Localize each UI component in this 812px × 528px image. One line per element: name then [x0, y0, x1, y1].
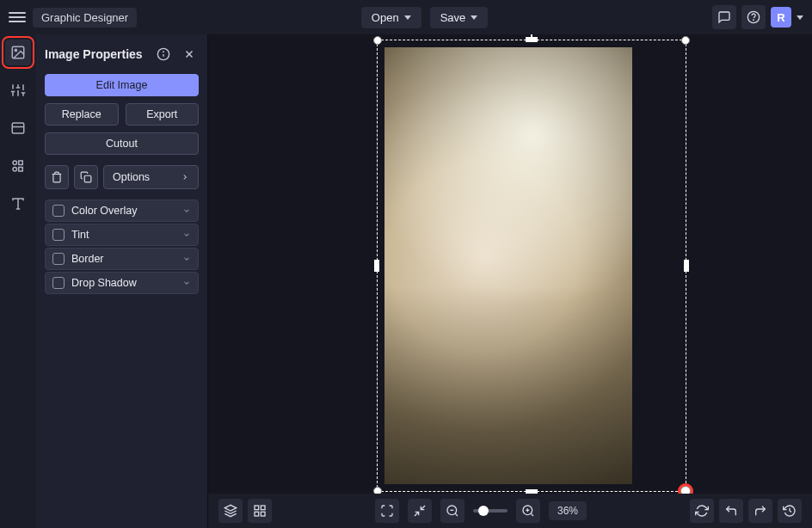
options-button[interactable]: Options [103, 165, 199, 189]
svg-marker-27 [225, 505, 236, 511]
svg-rect-16 [19, 161, 23, 165]
checkbox-icon[interactable] [52, 277, 65, 289]
resize-handle-bottom[interactable] [526, 489, 538, 494]
grid-button[interactable] [248, 499, 272, 523]
chevron-right-icon [181, 173, 189, 181]
grid-icon [253, 504, 267, 518]
shapes-tool[interactable] [5, 153, 31, 179]
svg-point-3 [15, 49, 16, 51]
resize-handle-right[interactable] [684, 260, 689, 272]
history-icon [783, 504, 797, 518]
close-icon [183, 48, 195, 60]
refresh-icon [695, 504, 709, 518]
undo-icon [724, 504, 738, 518]
panel-close-button[interactable] [180, 45, 199, 64]
text-tool[interactable] [5, 191, 31, 217]
accordion-label: Color Overlay [71, 205, 175, 217]
fit-button[interactable] [408, 499, 432, 523]
zoom-in-button[interactable] [516, 499, 540, 523]
checkbox-icon[interactable] [52, 205, 65, 217]
comment-icon [717, 10, 731, 24]
cutout-button[interactable]: Cutout [45, 132, 199, 155]
shapes-icon [10, 158, 26, 174]
checkbox-icon[interactable] [52, 229, 65, 241]
user-menu-chevron-icon[interactable] [797, 15, 803, 20]
accordion-label: Tint [71, 229, 175, 241]
image-tool[interactable] [5, 40, 31, 65]
svg-line-32 [421, 506, 425, 510]
svg-rect-13 [12, 123, 24, 133]
accordion-label: Drop Shadow [71, 277, 175, 289]
info-icon [157, 47, 170, 61]
edit-image-button[interactable]: Edit Image [45, 74, 199, 96]
effects-list: Color Overlay Tint Border Drop Shadow [45, 200, 199, 294]
image-icon [10, 45, 26, 60]
zoom-value[interactable]: 36% [549, 501, 587, 520]
accordion-drop-shadow[interactable]: Drop Shadow [45, 272, 199, 294]
resize-handle-top[interactable] [526, 37, 538, 42]
resize-handle-bl[interactable] [373, 487, 382, 494]
checkbox-icon[interactable] [52, 253, 65, 265]
chevron-down-icon [404, 15, 411, 20]
selection-box[interactable] [377, 40, 686, 492]
replace-button[interactable]: Replace [45, 103, 119, 126]
chevron-down-icon [182, 279, 191, 287]
layers-icon [224, 504, 237, 518]
save-button[interactable]: Save [430, 7, 489, 28]
duplicate-button[interactable] [74, 165, 98, 189]
accordion-tint[interactable]: Tint [45, 224, 199, 246]
selected-image[interactable] [384, 47, 632, 484]
properties-panel: Image Properties Edit Image Replace Expo… [36, 34, 208, 528]
svg-point-1 [754, 20, 754, 21]
chevron-down-icon [471, 15, 477, 20]
resize-handle-left[interactable] [374, 260, 379, 272]
delete-button[interactable] [45, 165, 69, 189]
fit-icon [413, 504, 427, 518]
sliders-icon [10, 83, 26, 98]
resize-handle-br[interactable] [680, 486, 691, 494]
svg-rect-29 [261, 506, 265, 510]
export-button[interactable]: Export [126, 103, 200, 126]
zoom-slider[interactable] [473, 509, 508, 513]
resize-handle-tl[interactable] [373, 36, 382, 45]
refresh-button[interactable] [690, 499, 714, 523]
undo-button[interactable] [719, 499, 743, 523]
maximize-icon [380, 504, 394, 518]
preset-icon [10, 120, 26, 136]
resize-handle-tr[interactable] [681, 36, 690, 45]
panel-title: Image Properties [45, 47, 147, 61]
save-label: Save [440, 11, 466, 24]
top-bar: Graphic Designer Open Save R [0, 0, 812, 34]
svg-rect-28 [255, 506, 259, 510]
menu-button[interactable] [9, 9, 26, 26]
user-avatar[interactable]: R [771, 7, 791, 28]
svg-point-23 [163, 52, 164, 52]
copy-icon [80, 171, 92, 183]
canvas-stage[interactable] [208, 34, 812, 494]
svg-rect-18 [19, 168, 23, 172]
adjust-tool[interactable] [5, 77, 31, 103]
preset-tool[interactable] [5, 115, 31, 141]
tool-rail [0, 34, 36, 528]
help-button[interactable] [741, 5, 766, 29]
open-button[interactable]: Open [361, 7, 421, 28]
accordion-border[interactable]: Border [45, 248, 199, 270]
panel-info-button[interactable] [154, 45, 173, 64]
text-icon [10, 196, 26, 212]
accordion-color-overlay[interactable]: Color Overlay [45, 200, 199, 222]
zoom-slider-thumb[interactable] [478, 506, 489, 516]
canvas: 36% [208, 34, 812, 528]
svg-point-17 [13, 168, 17, 172]
history-button[interactable] [778, 499, 802, 523]
chevron-down-icon [182, 255, 191, 263]
open-label: Open [372, 11, 399, 24]
zoom-out-button[interactable] [440, 499, 464, 523]
svg-rect-30 [261, 512, 265, 516]
fullscreen-button[interactable] [375, 499, 399, 523]
layers-button[interactable] [218, 499, 243, 523]
help-icon [747, 10, 760, 24]
svg-line-35 [455, 513, 458, 516]
redo-button[interactable] [748, 499, 772, 523]
chevron-down-icon [182, 230, 191, 239]
comment-button[interactable] [712, 5, 736, 29]
